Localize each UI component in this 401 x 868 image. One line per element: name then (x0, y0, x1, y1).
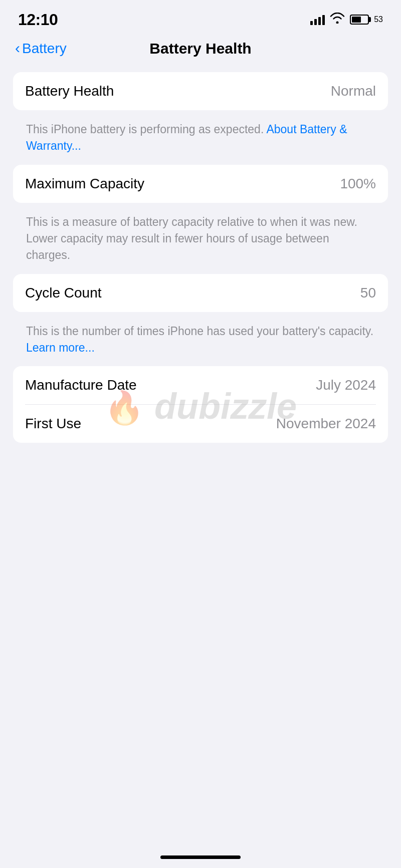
first-use-value: November 2024 (276, 416, 376, 432)
cycle-count-description: This is the number of times iPhone has u… (13, 316, 388, 367)
status-icons: 53 (310, 13, 383, 27)
manufacture-date-value: July 2024 (316, 377, 376, 393)
battery-health-label: Battery Health (25, 83, 114, 99)
status-time: 12:10 (18, 11, 58, 29)
learn-more-link[interactable]: Learn more... (26, 341, 95, 354)
cycle-count-value: 50 (360, 285, 376, 301)
battery-body (350, 15, 369, 25)
wifi-icon (330, 13, 345, 27)
battery-health-row: Battery Health Normal (13, 72, 388, 110)
page-title: Battery Health (149, 40, 251, 57)
signal-bar-4 (322, 15, 325, 25)
home-indicator (160, 855, 241, 859)
manufacture-date-row: Manufacture Date July 2024 (13, 366, 388, 404)
first-use-row: First Use November 2024 (13, 405, 388, 443)
maximum-capacity-card: Maximum Capacity 100% (13, 165, 388, 203)
cycle-count-label: Cycle Count (25, 285, 102, 301)
battery-health-value: Normal (331, 83, 376, 99)
back-chevron-icon: ‹ (15, 41, 20, 56)
cycle-count-row: Cycle Count 50 (13, 274, 388, 312)
battery-icon (350, 15, 369, 25)
nav-bar: ‹ Battery Battery Health (0, 35, 401, 67)
status-bar: 12:10 53 (0, 0, 401, 35)
first-use-label: First Use (25, 416, 81, 432)
signal-bar-3 (318, 17, 321, 25)
maximum-capacity-description: This is a measure of battery capacity re… (13, 207, 388, 274)
maximum-capacity-value: 100% (340, 176, 376, 192)
battery-fill (352, 17, 361, 23)
battery-health-card: Battery Health Normal (13, 72, 388, 110)
signal-bars-icon (310, 14, 325, 25)
maximum-capacity-row: Maximum Capacity 100% (13, 165, 388, 203)
battery-percent: 53 (374, 15, 383, 24)
battery-health-description: This iPhone battery is performing as exp… (13, 114, 388, 165)
back-label: Battery (22, 41, 67, 57)
back-button[interactable]: ‹ Battery (15, 41, 67, 57)
signal-bar-2 (314, 19, 317, 25)
dates-card: Manufacture Date July 2024 First Use Nov… (13, 366, 388, 443)
maximum-capacity-label: Maximum Capacity (25, 176, 144, 192)
cycle-count-card: Cycle Count 50 (13, 274, 388, 312)
content-area: Battery Health Normal This iPhone batter… (0, 67, 401, 452)
manufacture-date-label: Manufacture Date (25, 377, 137, 393)
signal-bar-1 (310, 21, 313, 25)
